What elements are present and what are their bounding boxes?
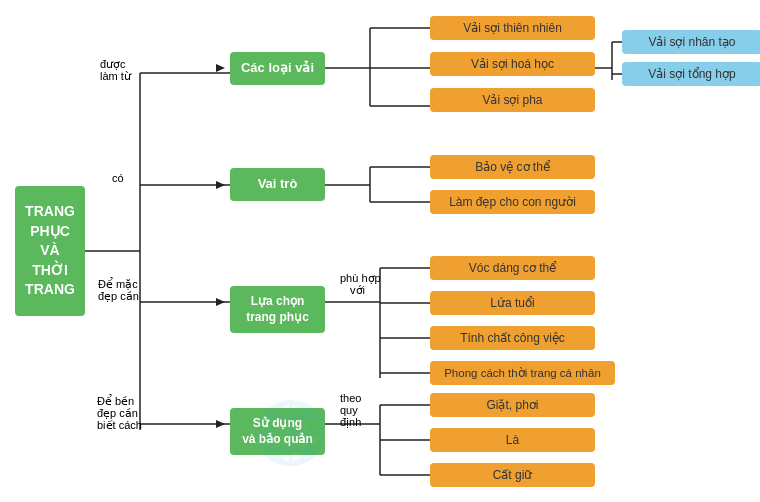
leaf-voc-dang-co-the: Vóc dáng cơ thể <box>430 256 595 280</box>
label-lam-tu: làm từ <box>100 70 131 83</box>
label-dep-can: đẹp cần <box>98 290 139 303</box>
svg-marker-34 <box>216 181 225 189</box>
leaf-cat-giu: Cất giữ <box>430 463 595 487</box>
svg-marker-33 <box>216 64 225 72</box>
label-co: có <box>112 172 124 184</box>
leaf-vai-soi-hoa-hoc: Vải sợi hoá học <box>430 52 595 76</box>
category-vai-tro: Vai trò <box>230 168 325 201</box>
watermark: 🌐 <box>200 392 380 472</box>
label-voi: với <box>350 284 365 297</box>
leaf-vai-soi-nhan-tao: Vải sợi nhân tạo <box>622 30 760 54</box>
category-cac-loai-vai: Các loại vải <box>230 52 325 85</box>
leaf-lua-tuoi: Lứa tuổi <box>430 291 595 315</box>
main-node: TRANG PHỤC VÀ THỜI TRANG <box>15 186 85 316</box>
svg-marker-35 <box>216 298 225 306</box>
leaf-tinh-chat-cong-viec: Tính chất công việc <box>430 326 595 350</box>
mind-map-diagram: TRANG PHỤC VÀ THỜI TRANG được làm từ có … <box>0 0 760 502</box>
leaf-vai-soi-thien-nhien: Vải sợi thiên nhiên <box>430 16 595 40</box>
category-lua-chon: Lựa chọntrang phục <box>230 286 325 333</box>
leaf-lam-dep-con-nguoi: Làm đẹp cho con người <box>430 190 595 214</box>
label-biet-cach: biết cách <box>97 419 142 432</box>
leaf-vai-soi-tong-hop: Vải sợi tổng hợp <box>622 62 760 86</box>
leaf-giat-phoi: Giặt, phơi <box>430 393 595 417</box>
leaf-bao-ve-co-the: Bảo vệ cơ thể <box>430 155 595 179</box>
leaf-la: Là <box>430 428 595 452</box>
leaf-phong-cach-thoi-trang: Phong cách thời trang cá nhân <box>430 361 615 385</box>
leaf-vai-soi-pha: Vải sợi pha <box>430 88 595 112</box>
